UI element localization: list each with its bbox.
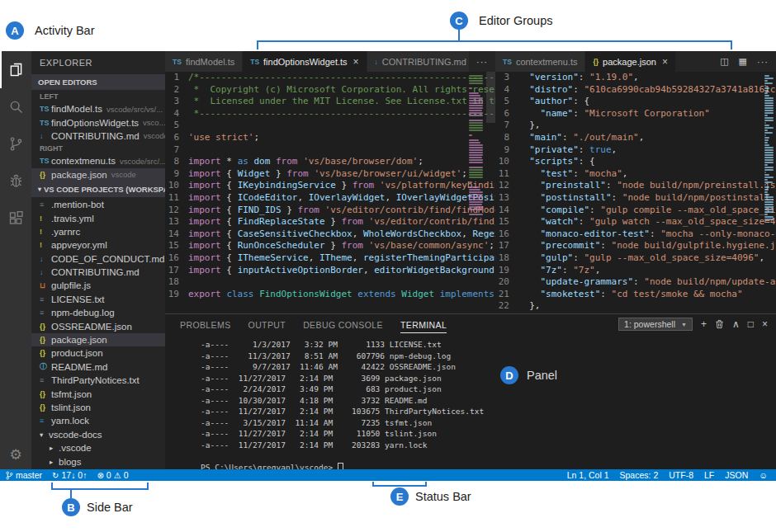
panel-tab-terminal[interactable]: TERMINAL bbox=[400, 316, 447, 333]
close-tab-icon[interactable]: × bbox=[353, 56, 359, 68]
line-number: 19 bbox=[165, 289, 188, 301]
file-type-icon: {} bbox=[40, 322, 51, 331]
code-lines: 1/*-------------------------------------… bbox=[165, 72, 495, 300]
open-editors-header[interactable]: OPEN EDITORS bbox=[31, 74, 165, 90]
file-type-icon: ↓ bbox=[40, 255, 51, 263]
editor-tab[interactable]: TSfindOptionsWidget.ts× bbox=[243, 51, 367, 72]
open-editor-item[interactable]: ↓CONTRIBUTING.mdvscode bbox=[31, 129, 165, 143]
terminal-output[interactable]: -a---- 1/3/2017 3:32 PM 1133 LICENSE.txt… bbox=[165, 334, 776, 473]
explorer-icon[interactable] bbox=[0, 51, 31, 88]
file-item[interactable]: ≡LICENSE.txt bbox=[31, 293, 165, 306]
file-item[interactable]: ≡yarn.lock bbox=[31, 414, 165, 427]
code-line: 17 "precommit": "node build/gulpfile.hyg… bbox=[495, 240, 776, 252]
file-item[interactable]: ⓘREADME.md bbox=[31, 360, 165, 374]
panel-tab-problems[interactable]: PROBLEMS bbox=[180, 316, 231, 332]
problems-item[interactable]: ⊗ 0 ⚠ 0 bbox=[97, 470, 128, 480]
editor-tab[interactable]: TScontextmenu.ts bbox=[495, 51, 585, 72]
editor-tab[interactable]: TSfindModel.ts bbox=[165, 51, 243, 72]
folder-item[interactable]: ▸blogs bbox=[31, 454, 165, 468]
editor-tab[interactable]: {}package.json× bbox=[585, 51, 675, 72]
file-item[interactable]: !.travis.yml bbox=[31, 211, 165, 224]
folder-item[interactable]: ▾vscode-docs bbox=[31, 428, 165, 441]
code-line: 11import { ICodeEditor, IOverlayWidget, … bbox=[165, 192, 495, 205]
file-item[interactable]: ↓CODE_OF_CONDUCT.md bbox=[31, 252, 165, 266]
file-type-icon: ≡ bbox=[40, 417, 51, 425]
cursor-position-item[interactable]: Ln 1, Col 1 bbox=[567, 470, 609, 480]
terminal-line: -a---- 11/27/2017 2:14 PM 103675 ThirdPa… bbox=[201, 406, 776, 417]
file-item[interactable]: ≡ThirdPartyNotices.txt bbox=[31, 374, 165, 387]
status-bar-left: master ↻ 17↓ 0↑ ⊗ 0 ⚠ 0 bbox=[0, 470, 128, 480]
file-item[interactable]: !.yarnrc bbox=[31, 225, 165, 238]
source-control-icon[interactable] bbox=[0, 125, 31, 162]
close-tab-icon[interactable]: × bbox=[662, 56, 668, 68]
settings-gear-icon[interactable]: ⚙ bbox=[0, 440, 31, 469]
minimap[interactable] bbox=[469, 74, 485, 313]
callout-c-badge: C bbox=[450, 12, 468, 30]
code-line: 8 "main": "./out/main", bbox=[495, 132, 776, 144]
file-item[interactable]: !appveyor.yml bbox=[31, 238, 165, 252]
file-item[interactable]: ⊔gulpfile.js bbox=[31, 279, 165, 292]
scrollbar[interactable] bbox=[486, 72, 495, 123]
split-editor-icon[interactable]: ◫ bbox=[720, 56, 729, 67]
terminal-select[interactable]: 1: powershell ▼ bbox=[618, 318, 693, 331]
workspace-header[interactable]: ▾ VS CODE PROJECTS (WORKSPACE) bbox=[31, 181, 165, 197]
file-item[interactable]: ↓CONTRIBUTING.md bbox=[31, 266, 165, 279]
code-editor[interactable]: 3 "version": "1.19.0",4 "distro": "610ca… bbox=[495, 72, 776, 313]
file-name: appveyor.yml bbox=[51, 240, 107, 250]
line-number: 20 bbox=[495, 276, 518, 289]
file-item[interactable]: ≡.mention-bot bbox=[31, 198, 165, 211]
open-editor-item[interactable]: {}package.jsonvscode bbox=[31, 168, 165, 181]
code-line: 17import { inputActiveOptionBorder, edit… bbox=[165, 265, 495, 277]
editor-tab[interactable]: ↓CONTRIBUTING.md bbox=[367, 51, 469, 72]
debug-icon[interactable] bbox=[0, 162, 31, 200]
open-editor-item[interactable]: TScontextmenu.tsvscode/src/... bbox=[31, 154, 165, 167]
line-number: 18 bbox=[495, 252, 518, 265]
file-item[interactable]: {}tslint.json bbox=[31, 401, 165, 414]
code-line: 12 "preinstall": "node build/npm/preinst… bbox=[495, 180, 776, 192]
code-line: 3 * Licensed under the MIT License. See … bbox=[165, 96, 495, 108]
code-line: 14import { CaseSensitiveCheckbox, WholeW… bbox=[165, 228, 495, 241]
callout-c-tick-right bbox=[731, 40, 732, 49]
git-branch-item[interactable]: master bbox=[6, 470, 42, 480]
more-actions-icon[interactable]: ··· bbox=[476, 57, 488, 67]
file-name: tslint.json bbox=[51, 403, 91, 412]
editor-group-heading: RIGHT bbox=[31, 143, 165, 154]
open-editor-item[interactable]: TSfindOptionsWidget.tsvsco... bbox=[31, 115, 165, 129]
file-item[interactable]: ≡npm-debug.log bbox=[31, 306, 165, 319]
indentation-item[interactable]: Spaces: 2 bbox=[620, 470, 659, 480]
search-icon[interactable] bbox=[0, 88, 31, 125]
file-item[interactable]: {}product.json bbox=[31, 346, 165, 360]
open-editor-item[interactable]: TSfindModel.tsvscode/src/vs/... bbox=[31, 102, 165, 115]
encoding-item[interactable]: UTF-8 bbox=[669, 470, 693, 480]
file-type-icon: ! bbox=[40, 214, 51, 223]
panel-tab-output[interactable]: OUTPUT bbox=[248, 316, 286, 332]
layout-icon[interactable]: ▦ bbox=[739, 56, 748, 67]
file-item[interactable]: {}OSSREADME.json bbox=[31, 319, 165, 332]
kill-terminal-icon[interactable] bbox=[715, 319, 724, 329]
minimap[interactable] bbox=[764, 74, 776, 313]
file-name: .travis.yml bbox=[51, 214, 94, 224]
file-name: ThirdPartyNotices.txt bbox=[51, 375, 140, 385]
new-terminal-icon[interactable]: + bbox=[701, 318, 707, 330]
restore-panel-icon[interactable]: □ bbox=[748, 318, 754, 330]
maximize-panel-icon[interactable]: ∧ bbox=[732, 318, 740, 330]
file-item[interactable]: {}package.json bbox=[31, 333, 165, 346]
close-panel-icon[interactable]: × bbox=[762, 318, 768, 330]
feedback-smiley-icon[interactable]: ☺ bbox=[759, 470, 768, 480]
extensions-icon[interactable] bbox=[0, 200, 31, 237]
file-name: vscode-docs bbox=[49, 430, 102, 440]
file-item[interactable]: {}tsfmt.json bbox=[31, 387, 165, 400]
terminal-line: -a---- 11/27/2017 2:14 PM 3699 package.j… bbox=[201, 373, 776, 384]
code-line: 19 "7z": "7z", bbox=[495, 265, 776, 277]
tab-actions: ··· bbox=[469, 51, 495, 72]
line-number: 10 bbox=[495, 156, 518, 168]
folder-item[interactable]: ▸.vscode bbox=[31, 441, 165, 454]
code-editor[interactable]: 1/*-------------------------------------… bbox=[165, 72, 495, 313]
eol-item[interactable]: LF bbox=[704, 470, 714, 480]
language-mode-item[interactable]: JSON bbox=[725, 470, 748, 480]
callout-b-label: Side Bar bbox=[87, 501, 133, 514]
more-actions-icon[interactable]: ··· bbox=[757, 57, 769, 67]
terminal-line: -a---- 11/27/2017 2:14 PM 11050 tslint.j… bbox=[201, 428, 776, 440]
panel-tab-debug-console[interactable]: DEBUG CONSOLE bbox=[303, 316, 383, 332]
git-sync-item[interactable]: ↻ 17↓ 0↑ bbox=[52, 470, 87, 480]
